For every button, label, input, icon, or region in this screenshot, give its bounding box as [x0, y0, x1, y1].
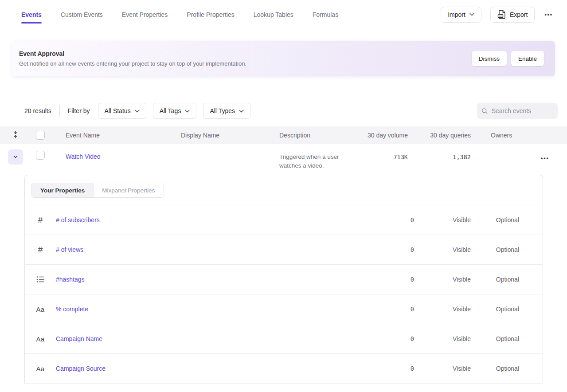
property-name-link[interactable]: # of subscribers	[56, 216, 387, 223]
text-type-icon: Aa	[25, 335, 56, 343]
status-filter-dropdown[interactable]: All Status	[98, 103, 146, 119]
event-queries-value: 1,382	[408, 153, 471, 161]
property-visibility: Visible	[414, 365, 471, 372]
properties-list: # # of subscribers 0 Visible Optional # …	[25, 205, 543, 384]
property-requirement: Optional	[471, 306, 519, 313]
property-row: # # of views 0 Visible Optional	[25, 235, 543, 265]
row-more-menu-button[interactable]: •••	[540, 153, 550, 163]
tab-mixpanel-properties[interactable]: Mixpanel Properties	[93, 183, 163, 197]
collapse-rows-icon	[12, 131, 19, 138]
property-volume: 0	[387, 216, 414, 223]
column-header-queries: 30 day queries	[408, 132, 471, 139]
vertical-divider	[59, 105, 60, 117]
filter-by-label: Filter by	[68, 107, 90, 114]
top-nav-actions: Import csv Export •••	[441, 7, 554, 23]
property-volume: 0	[387, 365, 414, 372]
number-type-icon: #	[25, 215, 56, 225]
banner-description: Get notified on all new events entering …	[19, 60, 246, 67]
export-button-label: Export	[510, 11, 528, 18]
tab-custom-events[interactable]: Custom Events	[61, 0, 103, 29]
property-volume: 0	[387, 306, 414, 313]
column-header-event-name: Event Name	[57, 132, 181, 139]
search-input[interactable]	[492, 107, 553, 114]
property-row: Aa Campaign Source 0 Visible Optional	[25, 354, 543, 384]
search-box	[477, 103, 558, 119]
svg-text:csv: csv	[499, 15, 503, 17]
active-tab-underline	[21, 22, 42, 24]
property-row: #hashtags 0 Visible Optional	[25, 265, 543, 294]
event-description: Triggered when a user watches a video.	[279, 153, 364, 170]
property-requirement: Optional	[471, 365, 519, 372]
csv-file-icon: csv	[497, 10, 506, 19]
property-name-link[interactable]: % complete	[56, 306, 387, 313]
column-header-description: Description	[279, 132, 364, 139]
event-approval-banner: Event Approval Get notified on all new e…	[12, 41, 555, 76]
event-name-link[interactable]: Watch Video	[66, 153, 101, 160]
tab-event-properties[interactable]: Event Properties	[122, 0, 168, 29]
property-visibility: Visible	[414, 335, 471, 342]
property-requirement: Optional	[471, 276, 519, 283]
more-menu-button[interactable]: •••	[544, 9, 554, 20]
property-requirement: Optional	[471, 246, 519, 253]
chevron-down-icon	[239, 110, 244, 113]
tab-formulas[interactable]: Formulas	[313, 0, 338, 29]
banner-actions: Dismiss Enable	[472, 51, 544, 66]
property-requirement: Optional	[471, 335, 519, 342]
tab-lookup-tables[interactable]: Lookup Tables	[254, 0, 293, 29]
ellipsis-icon: •••	[544, 12, 553, 18]
number-type-icon: #	[25, 245, 56, 255]
export-button[interactable]: csv Export	[490, 7, 535, 23]
properties-tabbar: Your Properties Mixpanel Properties	[25, 175, 543, 205]
import-button-label: Import	[448, 11, 465, 18]
banner-text: Event Approval Get notified on all new e…	[19, 50, 246, 67]
tab-your-properties[interactable]: Your Properties	[32, 183, 93, 197]
property-volume: 0	[387, 335, 414, 342]
tab-events-label: Events	[21, 11, 42, 18]
list-type-icon	[25, 276, 56, 283]
top-nav: Events Custom Events Event Properties Pr…	[0, 0, 567, 29]
column-header-volume: 30 day volume	[364, 132, 408, 139]
ellipsis-icon: •••	[541, 155, 549, 161]
banner-title: Event Approval	[19, 50, 246, 57]
property-visibility: Visible	[414, 276, 471, 283]
event-volume-value: 713K	[364, 153, 408, 161]
property-visibility: Visible	[414, 216, 471, 223]
tab-events[interactable]: Events	[21, 0, 42, 29]
property-volume: 0	[387, 246, 414, 253]
chevron-down-icon	[12, 154, 19, 160]
property-row: Aa Campaign Name 0 Visible Optional	[25, 324, 543, 354]
tags-filter-dropdown[interactable]: All Tags	[153, 103, 197, 119]
select-all-checkbox[interactable]	[36, 131, 45, 140]
search-icon	[481, 107, 488, 115]
property-requirement: Optional	[471, 216, 519, 223]
property-name-link[interactable]: # of views	[56, 246, 387, 253]
property-name-link[interactable]: Campaign Name	[56, 335, 387, 342]
property-volume: 0	[387, 276, 414, 283]
collapse-all-button[interactable]	[11, 129, 20, 141]
dismiss-button[interactable]: Dismiss	[472, 51, 507, 66]
import-button[interactable]: Import	[441, 7, 481, 23]
row-checkbox[interactable]	[36, 151, 45, 160]
column-header-owners: Owners	[471, 132, 530, 139]
property-name-link[interactable]: Campaign Source	[56, 365, 387, 372]
lexicon-tabs: Events Custom Events Event Properties Pr…	[21, 0, 338, 29]
chevron-down-icon	[135, 110, 140, 113]
results-count: 20 results	[24, 107, 51, 114]
property-visibility: Visible	[414, 246, 471, 253]
enable-button[interactable]: Enable	[511, 51, 544, 66]
chevron-down-icon	[469, 13, 474, 16]
text-type-icon: Aa	[25, 365, 56, 372]
events-table-header: Event Name Display Name Description 30 d…	[0, 126, 567, 144]
event-properties-panel: Your Properties Mixpanel Properties # # …	[24, 175, 543, 384]
chevron-down-icon	[185, 110, 190, 113]
text-type-icon: Aa	[25, 306, 56, 313]
property-row: Aa % complete 0 Visible Optional	[25, 294, 543, 324]
types-filter-dropdown[interactable]: All Types	[203, 103, 250, 119]
column-header-display-name: Display Name	[181, 132, 279, 139]
collapse-row-button[interactable]	[8, 149, 23, 165]
property-visibility: Visible	[414, 306, 471, 313]
tab-profile-properties[interactable]: Profile Properties	[187, 0, 234, 29]
property-name-link[interactable]: #hashtags	[56, 276, 387, 283]
event-row-watch-video: Watch Video Triggered when a user watche…	[0, 144, 567, 170]
filter-bar: 20 results Filter by All Status All Tags…	[24, 103, 558, 119]
